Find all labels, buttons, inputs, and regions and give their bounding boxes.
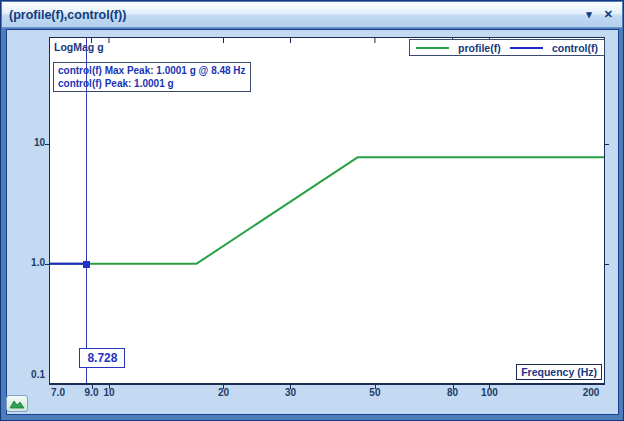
x-axis-title: Frequency (Hz) <box>516 364 602 380</box>
y-axis-title: LogMag g <box>54 41 104 53</box>
x-axis-bottom-tick <box>453 385 454 389</box>
y-tick-label-10: 10 <box>15 137 45 148</box>
cursor-line[interactable] <box>86 38 87 383</box>
area-chart-glyph <box>9 398 25 409</box>
minimized-chart-icon[interactable] <box>6 395 28 412</box>
y-axis-right-tick <box>605 144 609 145</box>
y-axis-left-tick <box>45 144 49 145</box>
plot-window: (profile(f),control(f)) ▾ ✕ LogMag g con… <box>0 0 624 421</box>
x-axis-bottom-tick <box>290 385 291 389</box>
x-axis-bottom-tick <box>109 385 110 389</box>
x-axis-bottom-tick <box>223 385 224 389</box>
control-legend-line <box>510 47 543 49</box>
legend: profile(f) control(f) <box>409 39 605 56</box>
y-axis-right-tick <box>605 264 609 265</box>
title-bar[interactable]: (profile(f),control(f)) ▾ ✕ <box>2 2 622 28</box>
x-axis-bottom-tick <box>375 385 376 389</box>
profile-legend-line <box>416 47 449 49</box>
peak-annotation-box: control(f) Max Peak: 1.0001 g @ 8.48 Hz … <box>53 62 251 92</box>
close-icon[interactable]: ✕ <box>604 2 613 27</box>
dropdown-arrow-icon[interactable]: ▾ <box>586 2 592 27</box>
cursor-marker[interactable] <box>83 261 90 268</box>
window-title: (profile(f),control(f)) <box>2 8 126 22</box>
control-legend-label: control(f) <box>552 42 598 54</box>
x-axis-bottom-tick <box>92 385 93 389</box>
y-tick-label-1.0: 1.0 <box>15 257 45 268</box>
profile-legend-label: profile(f) <box>458 42 501 54</box>
profilef-curve <box>50 157 604 263</box>
title-bar-buttons: ▾ ✕ <box>586 2 622 27</box>
y-tick-label-0.1: 0.1 <box>15 369 45 380</box>
x-axis-bottom-tick <box>489 385 490 389</box>
cursor-frequency-readout[interactable]: 8.728 <box>79 348 125 368</box>
x-tick-label-7.0: 7.0 <box>45 387 71 398</box>
x-tick-label-200: 200 <box>578 387 604 398</box>
y-axis-left-tick <box>45 264 49 265</box>
